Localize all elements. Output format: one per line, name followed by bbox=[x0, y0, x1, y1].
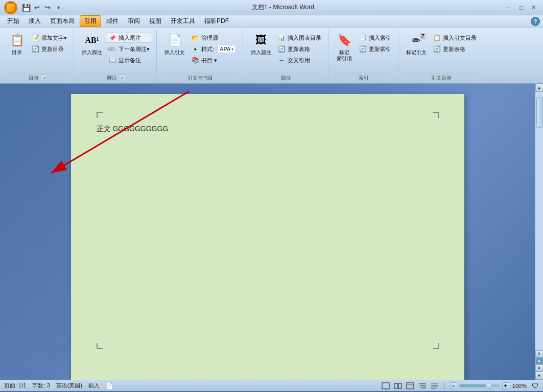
bibliography-icon: 📚 bbox=[191, 56, 199, 64]
bibliography-button[interactable]: 📚 书目 ▾ bbox=[188, 55, 239, 65]
manage-source-button[interactable]: 📂 管理源 bbox=[188, 33, 239, 43]
scroll-next-page-button[interactable]: ⬇ bbox=[535, 364, 544, 372]
close-button[interactable]: ✕ bbox=[528, 3, 539, 13]
menu-item-pagemenu[interactable]: 页面布局 bbox=[46, 16, 79, 27]
insert-index-icon: 📑 bbox=[359, 34, 367, 42]
tizhu-group-label: 题注 bbox=[281, 75, 291, 81]
show-notes-button[interactable]: 📖 显示备注 bbox=[106, 55, 152, 65]
insert-citation-button[interactable]: 📄 插入引文 bbox=[162, 31, 187, 57]
ribbon-group-tizhu: 🖼 插入题注 📊 插入图表目录 🔄 更新表格 ↔ 交叉引用 题注 bbox=[244, 30, 328, 83]
mark-index-button[interactable]: 🔖 标记 索引项 bbox=[334, 31, 355, 63]
insert-citation-toc-button[interactable]: 📋 插入引文目录 bbox=[430, 33, 479, 43]
add-text-icon: 📝 bbox=[31, 34, 39, 42]
status-page: 页面: 1/1 bbox=[4, 382, 26, 389]
zoom-thumb[interactable] bbox=[486, 383, 492, 389]
menu-item-youjian[interactable]: 邮件 bbox=[102, 16, 123, 27]
mark-index-label: 标记 索引项 bbox=[337, 50, 352, 62]
window-title: 文档1 - Microsoft Word bbox=[63, 3, 503, 12]
proofing-icon: 📄 bbox=[106, 382, 113, 389]
document-area: 正文 GGGGGGGGGG ▲ ⬆ ● ⬇ ▼ bbox=[0, 84, 543, 380]
update-mulu-button[interactable]: 🔄 更新目录 bbox=[29, 44, 69, 54]
update-citation-table-button[interactable]: 🔄 更新表格 bbox=[430, 44, 479, 54]
suoyin-group-label: 索引 bbox=[359, 75, 369, 81]
scroll-select-browse-button[interactable]: ● bbox=[535, 357, 544, 364]
scroll-up-button[interactable]: ▲ bbox=[535, 84, 544, 92]
jiaozhu-dialog-icon[interactable]: ↗ bbox=[119, 75, 125, 81]
scroll-thumb[interactable] bbox=[536, 97, 542, 128]
update-mulu-icon: 🔄 bbox=[31, 45, 39, 53]
maximize-button[interactable]: □ bbox=[515, 3, 527, 13]
style-dropdown-control[interactable]: APA ▾ bbox=[217, 45, 236, 53]
web-layout-view-button[interactable] bbox=[406, 382, 415, 390]
update-index-icon: 🔄 bbox=[359, 45, 367, 53]
next-footnote-button[interactable]: AB↓ 下一条脚注▾ bbox=[106, 44, 152, 54]
mark-citation-button[interactable]: ✏Z 标记引文 bbox=[404, 31, 429, 57]
help-icon[interactable]: ? bbox=[531, 17, 540, 26]
save-button[interactable]: 💾 bbox=[21, 3, 31, 12]
customize-quick-access-button[interactable]: ▾ bbox=[54, 3, 63, 12]
mulu-dialog-icon[interactable]: ↗ bbox=[41, 75, 47, 81]
insert-figure-toc-button[interactable]: 📊 插入图表目录 bbox=[275, 33, 324, 43]
yinwen-group-label: 引文与书目 bbox=[187, 75, 213, 81]
menu-item-charu[interactable]: 插入 bbox=[25, 16, 45, 27]
svg-rect-3 bbox=[383, 384, 388, 388]
status-lang: 英语(美国) bbox=[56, 382, 82, 389]
undo-button[interactable]: ↩ bbox=[32, 3, 41, 12]
draft-view-button[interactable] bbox=[430, 382, 439, 390]
print-layout-view-button[interactable] bbox=[381, 382, 390, 390]
ribbon-group-jiaozhu: AB¹ 插入脚注 📌 插入尾注 AB↓ 下一条脚注▾ 📖 显示备注 脚注 bbox=[75, 30, 157, 83]
ribbon-group-yinwen: 📄 插入引文 📂 管理源 ✦ 样式: APA ▾ 📚 书目 ▾ bbox=[158, 30, 243, 83]
update-table-icon: 🔄 bbox=[277, 45, 286, 53]
redo-button[interactable]: ↪ bbox=[43, 3, 52, 12]
insert-endnote-button[interactable]: 📌 插入尾注 bbox=[106, 33, 152, 43]
zoom-separator bbox=[444, 382, 445, 389]
show-notes-icon: 📖 bbox=[108, 56, 116, 64]
add-text-button[interactable]: 📝 添加文字▾ bbox=[29, 33, 69, 43]
svg-rect-5 bbox=[398, 383, 402, 388]
style-dropdown[interactable]: ✦ 样式: APA ▾ bbox=[188, 44, 239, 54]
ribbon-group-suoyin: 🔖 标记 索引项 📑 插入索引 🔄 更新索引 索引 bbox=[329, 30, 398, 83]
style-label-icon: ✦ bbox=[191, 45, 199, 53]
zoom-track[interactable] bbox=[459, 384, 500, 387]
full-reading-view-button[interactable] bbox=[393, 382, 403, 390]
menu-item-kaishi[interactable]: 开始 bbox=[3, 16, 23, 27]
update-table-button[interactable]: 🔄 更新表格 bbox=[275, 44, 324, 54]
svg-rect-4 bbox=[394, 383, 397, 388]
yinwenmulu-group-label: 引文目录 bbox=[431, 75, 452, 81]
document-scroll-area[interactable]: 正文 GGGGGGGGGG bbox=[0, 84, 535, 380]
insert-footnote-label: 插入脚注 bbox=[82, 50, 102, 56]
minimize-button[interactable]: ─ bbox=[503, 3, 514, 13]
svg-rect-6 bbox=[407, 383, 414, 389]
zoom-plus-button[interactable]: + bbox=[502, 382, 509, 389]
update-citation-table-icon: 🔄 bbox=[433, 45, 441, 53]
zoom-minus-button[interactable]: − bbox=[450, 382, 457, 389]
status-bar: 页面: 1/1 字数: 3 英语(美国) 插入 📄 − + 100% bbox=[0, 380, 543, 391]
menu-item-fuxinpdf[interactable]: 福昕PDF bbox=[200, 16, 233, 27]
title-bar: 💾 ↩ ↪ ▾ 文档1 - Microsoft Word ─ □ ✕ bbox=[0, 0, 543, 15]
document-page[interactable]: 正文 GGGGGGGGGG bbox=[71, 94, 464, 380]
insert-index-button[interactable]: 📑 插入索引 bbox=[356, 33, 394, 43]
insert-footnote-button[interactable]: AB¹ 插入脚注 bbox=[79, 31, 105, 57]
document-content[interactable]: 正文 GGGGGGGGGG bbox=[97, 125, 439, 134]
insert-citation-toc-icon: 📋 bbox=[433, 34, 441, 42]
menu-item-yinyong[interactable]: 引用 bbox=[80, 15, 101, 27]
mulu-button[interactable]: 📋 目录 bbox=[6, 31, 28, 57]
mulu-group-label: 目录 bbox=[29, 75, 39, 82]
menu-item-shitu[interactable]: 视图 bbox=[145, 16, 166, 27]
scroll-down-button[interactable]: ▼ bbox=[535, 372, 544, 380]
menu-item-shenyue[interactable]: 审阅 bbox=[124, 16, 144, 27]
update-index-button[interactable]: 🔄 更新索引 bbox=[356, 44, 394, 54]
insert-caption-button[interactable]: 🖼 插入题注 bbox=[248, 31, 274, 57]
scroll-prev-page-button[interactable]: ⬆ bbox=[535, 350, 544, 357]
insert-figure-toc-icon: 📊 bbox=[277, 34, 286, 42]
outline-view-button[interactable] bbox=[418, 382, 427, 390]
office-button[interactable] bbox=[4, 1, 17, 14]
ribbon-group-mulu: 📋 目录 📝 添加文字▾ 🔄 更新目录 目录 ↗ bbox=[2, 30, 74, 83]
mulu-label: 目录 bbox=[12, 50, 22, 56]
vertical-scrollbar[interactable]: ▲ ⬆ ● ⬇ ▼ bbox=[535, 84, 543, 380]
cross-reference-button[interactable]: ↔ 交叉引用 bbox=[275, 55, 324, 65]
menu-bar: 开始 插入 页面布局 引用 邮件 审阅 视图 开发工具 福昕PDF ? bbox=[0, 15, 543, 28]
ribbon-group-yinwenmulu: ✏Z 标记引文 📋 插入引文目录 🔄 更新表格 引文目录 bbox=[399, 30, 483, 83]
menu-item-kaifagongju[interactable]: 开发工具 bbox=[167, 16, 199, 27]
status-words: 字数: 3 bbox=[32, 382, 50, 389]
